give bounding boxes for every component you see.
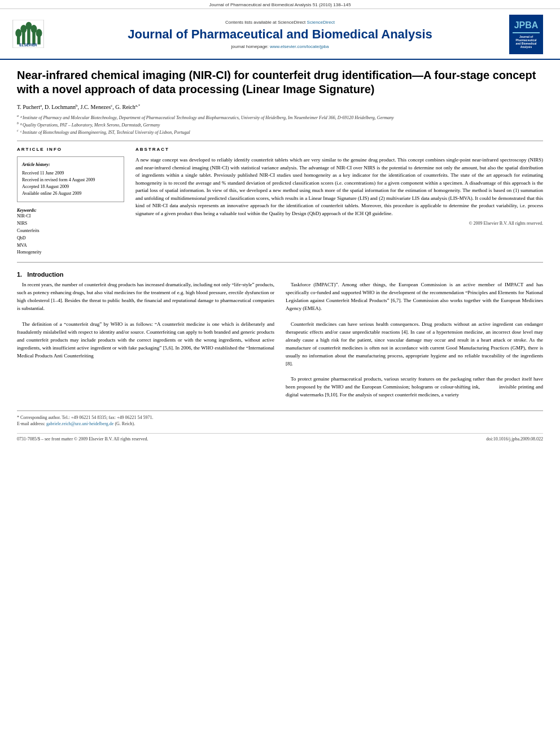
- svg-text:ELSEVIER: ELSEVIER: [19, 43, 37, 47]
- homepage-label: journal homepage:: [231, 44, 268, 49]
- homepage-url[interactable]: www.elsevier.com/locate/jpba: [270, 44, 329, 49]
- article-info-box: Article history: Received 11 June 2009 R…: [17, 156, 124, 202]
- intro-col-right: Taskforce (IMPACT)”. Among other things,…: [286, 281, 543, 399]
- affiliation-a: a ᵃ Institute of Pharmacy and Molecular …: [17, 113, 543, 121]
- article-title: Near-infrared chemical imaging (NIR-CI) …: [17, 68, 543, 97]
- issn-text: 0731-7085/$ – see front matter © 2009 El…: [17, 436, 148, 442]
- contents-text: Contents lists available at ScienceDirec…: [225, 20, 305, 25]
- elsevier-logo: ELSEVIER: [11, 20, 51, 49]
- svg-point-6: [15, 29, 21, 37]
- email-link[interactable]: gabriele.reich@urz.uni-heidelberg.de: [46, 421, 113, 426]
- keyword-5: MVA: [17, 242, 124, 250]
- history-heading: Article history:: [22, 161, 119, 168]
- divider-2: [17, 262, 543, 263]
- jpba-logo-box: JPBA Journal ofPharmaceuticaland Biomedi…: [509, 15, 543, 54]
- jpba-subtitle: Journal ofPharmaceuticaland BiomedicalAn…: [513, 35, 540, 49]
- bottom-bar: 0731-7085/$ – see front matter © 2009 El…: [17, 433, 543, 442]
- jpba-logo: JPBA Journal ofPharmaceuticaland Biomedi…: [509, 15, 543, 54]
- invisible-text: invisible: [482, 384, 499, 390]
- jpba-label: JPBA: [513, 20, 540, 30]
- keyword-2: NIRS: [17, 220, 124, 228]
- intro-p2: The definition of a “counterfeit drug” b…: [17, 321, 274, 360]
- authors-line: T. Pucherta, D. Lochmannb, J.C. Menezesc…: [17, 103, 543, 110]
- intro-heading: Introduction: [27, 271, 63, 278]
- intro-p5: To protect genuine pharmaceutical produc…: [286, 375, 543, 399]
- svg-point-10: [36, 29, 42, 37]
- affiliations: a ᵃ Institute of Pharmacy and Molecular …: [17, 113, 543, 136]
- doi-text: doi:10.1016/j.jpba.2009.08.022: [486, 436, 543, 442]
- svg-rect-3: [27, 28, 30, 44]
- footnote-area: * Corresponding author. Tel.: +49 06221 …: [17, 410, 543, 427]
- footnote-star: * Corresponding author. Tel.: +49 06221 …: [17, 414, 543, 421]
- top-bar: Journal of Pharmaceutical and Biomedical…: [0, 0, 560, 9]
- journal-header: ELSEVIER Contents lists available at Sci…: [0, 9, 560, 60]
- journal-citation: Journal of Pharmaceutical and Biomedical…: [209, 2, 351, 7]
- intro-columns: In recent years, the number of counterfe…: [17, 281, 543, 399]
- copyright-line: © 2009 Elsevier B.V. All rights reserved…: [135, 221, 543, 226]
- intro-p1: In recent years, the number of counterfe…: [17, 281, 274, 313]
- keywords-section: Keywords: NIR-CI NIRS Counterfeits QbD M…: [17, 208, 124, 256]
- abstract-label: ABSTRACT: [135, 147, 543, 152]
- intro-section: 1. Introduction In recent years, the num…: [17, 271, 543, 399]
- elsevier-logo-svg: ELSEVIER: [11, 20, 45, 48]
- affiliation-c: c ᶜ Institute of Biotechnology and Bioen…: [17, 128, 543, 136]
- intro-p4: Counterfeit medicines can have serious h…: [286, 321, 543, 368]
- keyword-3: Counterfeits: [17, 228, 124, 235]
- main-content: Near-infrared chemical imaging (NIR-CI) …: [0, 60, 560, 450]
- intro-col-left: In recent years, the number of counterfe…: [17, 281, 274, 399]
- accepted-date: Accepted 18 August 2009: [22, 184, 119, 190]
- affiliation-b: b ᵇ Quality Operations, PAT – Laboratory…: [17, 121, 543, 128]
- revised-date: Received in revised form 4 August 2009: [22, 177, 119, 184]
- journal-homepage: journal homepage: www.elsevier.com/locat…: [62, 44, 498, 49]
- footnote-email: E-mail address: gabriele.reich@urz.uni-h…: [17, 421, 543, 427]
- divider-1: [17, 141, 543, 141]
- keywords-label: Keywords:: [17, 208, 37, 213]
- journal-title: Journal of Pharmaceutical and Biomedical…: [62, 27, 498, 42]
- keyword-4: QbD: [17, 235, 124, 242]
- keyword-1: NIR-CI: [17, 213, 124, 220]
- online-date: Available online 26 August 2009: [22, 190, 119, 197]
- intro-title: 1. Introduction: [17, 271, 543, 278]
- intro-number: 1.: [17, 271, 22, 278]
- article-info-column: ARTICLE INFO Article history: Received 1…: [17, 147, 124, 256]
- abstract-text: A new stage concept was developed to rel…: [135, 156, 543, 217]
- article-info-label: ARTICLE INFO: [17, 147, 124, 152]
- received-date: Received 11 June 2009: [22, 170, 119, 177]
- page-wrapper: Journal of Pharmaceutical and Biomedical…: [0, 0, 560, 747]
- svg-point-9: [31, 25, 37, 33]
- authors-text: T. Pucherta, D. Lochmannb, J.C. Menezesc…: [17, 104, 140, 110]
- contents-line: Contents lists available at ScienceDirec…: [62, 20, 498, 25]
- abstract-column: ABSTRACT A new stage concept was develop…: [135, 147, 543, 256]
- article-info-abstract: ARTICLE INFO Article history: Received 1…: [17, 147, 543, 256]
- header-center: Contents lists available at ScienceDirec…: [51, 20, 509, 49]
- intro-p3: Taskforce (IMPACT)”. Among other things,…: [286, 281, 543, 313]
- keyword-6: Homogeneity: [17, 249, 124, 256]
- sciencedirect-link[interactable]: ScienceDirect: [307, 20, 335, 25]
